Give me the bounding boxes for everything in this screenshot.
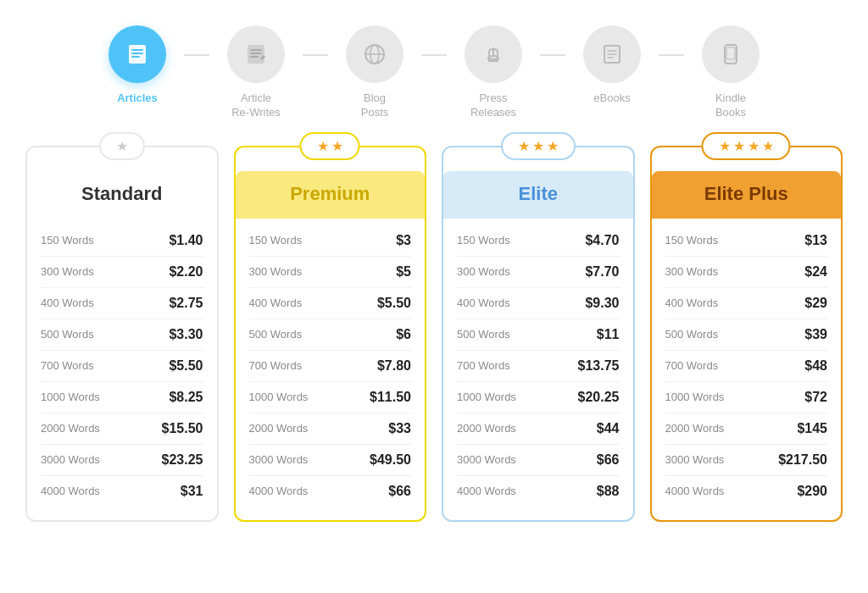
table-row: 500 Words$39 [665,319,828,351]
table-row: 3000 Words$49.50 [249,445,412,476]
nav-item-ebooks[interactable]: eBooks [565,25,659,106]
table-row: 4000 Words$66 [249,476,412,507]
content-type-nav: Articles ArticleRe-Writes BlogPosts [0,0,868,137]
table-row: 700 Words$48 [665,351,828,382]
premium-stars-badge: ★ ★ [300,132,360,160]
elite-price-rows: 150 Words$4.70 300 Words$7.70 400 Words$… [443,219,633,520]
nav-item-articles[interactable]: Articles [91,25,184,106]
table-row: 3000 Words$66 [457,445,620,476]
elite-plus-star-4: ★ [762,138,774,154]
ebooks-label: eBooks [593,91,630,106]
nav-item-blog-posts[interactable]: BlogPosts [328,25,421,120]
articles-label: Articles [117,91,158,106]
table-row: 700 Words$13.75 [457,351,620,382]
table-row: 300 Words$24 [665,257,828,288]
table-row: 2000 Words$145 [665,413,828,445]
elite-star-2: ★ [532,138,544,154]
standard-stars-badge: ★ [99,132,145,160]
table-row: 2000 Words$33 [249,413,412,445]
premium-price-rows: 150 Words$3 300 Words$5 400 Words$5.50 5… [236,219,426,520]
standard-star-1: ★ [116,138,128,154]
premium-card: ★ ★ Premium 150 Words$3 300 Words$5 400 … [234,146,427,522]
elite-card: ★ ★ ★ Elite 150 Words$4.70 300 Words$7.7… [442,146,635,522]
nav-connector-5 [659,54,684,56]
table-row: 700 Words$5.50 [41,351,203,382]
premium-header: Premium [236,171,426,219]
premium-star-1: ★ [317,138,329,154]
premium-star-2: ★ [331,138,343,154]
nav-connector-3 [421,54,447,56]
blog-posts-icon [346,25,403,83]
article-rewrites-label: ArticleRe-Writes [231,91,281,120]
standard-price-rows: 150 Words$1.40 300 Words$2.20 400 Words$… [27,219,217,520]
standard-card: ★ Standard 150 Words$1.40 300 Words$2.20… [25,146,219,522]
table-row: 3000 Words$217.50 [665,445,828,476]
elite-plus-price-rows: 150 Words$13 300 Words$24 400 Words$29 5… [652,219,842,520]
svg-rect-19 [726,47,735,59]
standard-title: Standard [36,183,209,205]
table-row: 500 Words$3.30 [41,319,203,351]
standard-header: Standard [27,171,217,219]
elite-plus-star-2: ★ [733,138,745,154]
table-row: 3000 Words$23.25 [41,445,203,476]
elite-plus-stars-badge: ★ ★ ★ ★ [702,132,791,160]
table-row: 1000 Words$20.25 [457,382,620,413]
elite-stars-badge: ★ ★ ★ [501,132,576,160]
table-row: 500 Words$11 [457,319,620,351]
elite-plus-card: ★ ★ ★ ★ Elite Plus 150 Words$13 300 Word… [650,146,843,522]
blog-posts-label: BlogPosts [361,91,389,120]
elite-title: Elite [452,183,625,205]
ebooks-icon [583,25,641,83]
elite-plus-star-1: ★ [719,138,731,154]
nav-item-kindle-books[interactable]: KindleBooks [684,25,777,120]
nav-item-article-rewrites[interactable]: ArticleRe-Writes [209,25,303,120]
table-row: 400 Words$2.75 [41,288,203,319]
table-row: 2000 Words$15.50 [41,413,203,445]
table-row: 150 Words$1.40 [41,225,203,257]
table-row: 700 Words$7.80 [249,351,412,382]
table-row: 4000 Words$290 [665,476,828,507]
table-row: 300 Words$2.20 [41,257,203,288]
elite-star-3: ★ [547,138,559,154]
elite-header: Elite [443,171,633,219]
nav-item-press-releases[interactable]: PressReleases [447,25,540,120]
table-row: 400 Words$5.50 [249,288,412,319]
articles-icon [108,25,166,83]
table-row: 1000 Words$8.25 [41,382,203,413]
table-row: 1000 Words$72 [665,382,828,413]
table-row: 300 Words$5 [249,257,412,288]
table-row: 300 Words$7.70 [457,257,620,288]
elite-plus-header: Elite Plus [652,171,842,219]
table-row: 1000 Words$11.50 [249,382,412,413]
press-releases-label: PressReleases [470,91,516,120]
table-row: 150 Words$13 [665,225,828,257]
table-row: 500 Words$6 [249,319,412,351]
kindle-books-icon [702,25,760,83]
press-releases-icon [465,25,522,83]
table-row: 4000 Words$88 [457,476,620,507]
elite-plus-star-3: ★ [748,138,760,154]
table-row: 2000 Words$44 [457,413,620,445]
nav-connector-1 [184,54,209,56]
kindle-books-label: KindleBooks [715,91,746,120]
table-row: 150 Words$3 [249,225,412,257]
table-row: 400 Words$29 [665,288,828,319]
premium-title: Premium [244,183,417,205]
pricing-section: ★ Standard 150 Words$1.40 300 Words$2.20… [0,137,868,547]
table-row: 4000 Words$31 [41,476,203,507]
elite-plus-title: Elite Plus [660,183,833,205]
elite-star-1: ★ [518,138,530,154]
table-row: 150 Words$4.70 [457,225,620,257]
article-rewrites-icon [227,25,285,83]
nav-connector-2 [303,54,328,56]
nav-connector-4 [540,54,565,56]
table-row: 400 Words$9.30 [457,288,620,319]
